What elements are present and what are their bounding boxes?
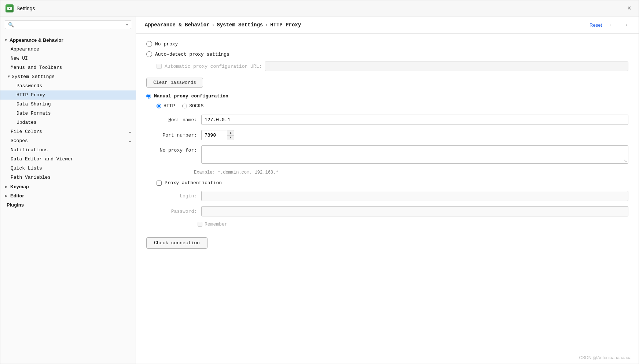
proxy-auth-checkbox[interactable]: [157, 181, 162, 186]
password-row: Password:: [157, 206, 628, 216]
auto-detect-radio[interactable]: [146, 51, 152, 57]
no-proxy-radio[interactable]: [146, 41, 152, 47]
host-name-row: Host name:: [157, 115, 628, 125]
host-name-label: Host name:: [157, 117, 197, 123]
sidebar-item-appearance[interactable]: Appearance: [0, 45, 136, 54]
file-colors-icon: ▬: [129, 130, 131, 134]
sidebar-item-system-settings[interactable]: ▼ System Settings: [0, 72, 136, 81]
host-rest: ost name:: [171, 117, 197, 123]
app-icon: [5, 4, 14, 12]
search-box: 🔍 ▾: [0, 16, 136, 33]
no-proxy-for-label: No proxy for:: [157, 148, 197, 153]
breadcrumb-sep-2: ›: [265, 22, 268, 28]
check-connection-button[interactable]: Check connection: [146, 237, 208, 249]
no-proxy-for-input[interactable]: [201, 145, 628, 164]
scopes-icon: ▬: [129, 139, 131, 143]
chevron-right-icon: ▶: [5, 185, 7, 189]
sidebar-item-file-colors[interactable]: File Colors ▬: [0, 127, 136, 136]
host-name-input[interactable]: [201, 115, 628, 125]
breadcrumb-bar: Appearance & Behavior › System Settings …: [136, 16, 639, 34]
sidebar-item-plugins[interactable]: Plugins: [0, 200, 136, 209]
titlebar: Settings ×: [0, 0, 639, 16]
socks-label: SOCKS: [189, 103, 203, 109]
sidebar-item-keymap[interactable]: ▶ Keymap: [0, 182, 136, 191]
watermark: CSDN @Antoniaaaaaaaaa: [579, 355, 632, 360]
no-proxy-label: No proxy: [155, 41, 178, 47]
sidebar-plugins-label: Plugins: [7, 202, 24, 208]
breadcrumb-part-2: System Settings: [217, 22, 263, 28]
search-icon: 🔍: [8, 22, 14, 27]
breadcrumb-part-1: Appearance & Behavior: [145, 22, 209, 28]
auto-detect-label: Auto-detect proxy settings: [155, 52, 229, 57]
auto-proxy-block: Automatic proxy configuration URL:: [157, 62, 628, 71]
chevron-down-icon: ▼: [4, 38, 8, 42]
http-radio[interactable]: [157, 104, 161, 108]
auto-url-checkbox[interactable]: [157, 64, 162, 69]
port-spinner: ▲ ▼: [227, 130, 234, 140]
expand-icon[interactable]: ⤡: [624, 159, 627, 163]
sidebar-item-data-editor[interactable]: Data Editor and Viewer: [0, 155, 136, 164]
sidebar-item-menus-toolbars[interactable]: Menus and Toolbars: [0, 63, 136, 72]
sidebar-item-quick-lists[interactable]: Quick Lists: [0, 164, 136, 173]
sidebar-item-appearance-behavior[interactable]: ▼ Appearance & Behavior: [0, 36, 136, 45]
remember-checkbox[interactable]: [198, 222, 202, 227]
sidebar-item-http-proxy[interactable]: HTTP Proxy: [0, 90, 136, 100]
breadcrumb-part-3: HTTP Proxy: [270, 22, 301, 28]
password-label: Password:: [157, 209, 197, 214]
example-text: Example: *.domain.com, 192.168.*: [194, 170, 628, 175]
sidebar-item-data-sharing[interactable]: Data Sharing: [0, 100, 136, 109]
back-button[interactable]: ←: [607, 21, 616, 29]
svg-point-1: [9, 8, 10, 9]
auto-proxy-url-input[interactable]: [265, 62, 628, 71]
remember-row: Remember: [198, 222, 628, 227]
no-proxy-row: No proxy: [146, 41, 628, 47]
search-input[interactable]: [16, 22, 124, 27]
port-wrap: ▲ ▼: [201, 130, 234, 140]
manual-proxy-label: Manual proxy configuration: [154, 93, 228, 99]
http-socks-group: HTTP SOCKS: [157, 103, 628, 109]
sidebar-item-editor[interactable]: ▶ Editor: [0, 191, 136, 200]
manual-proxy-radio[interactable]: [146, 94, 151, 99]
port-down-button[interactable]: ▼: [227, 135, 234, 140]
chevron-right-icon: ▶: [5, 194, 7, 198]
proxy-auth-row: Proxy authentication: [157, 180, 628, 186]
main-content: Appearance & Behavior › System Settings …: [136, 16, 639, 364]
port-up-button[interactable]: ▲: [227, 130, 234, 135]
reset-button[interactable]: Reset: [590, 22, 602, 28]
clear-passwords-button[interactable]: Clear passwords: [146, 78, 203, 88]
sidebar-item-scopes[interactable]: Scopes ▬: [0, 136, 136, 145]
sidebar-item-date-formats[interactable]: Date Formats: [0, 109, 136, 118]
login-label: Login:: [157, 193, 197, 199]
auto-proxy-url-row: Automatic proxy configuration URL:: [157, 62, 628, 71]
sidebar-item-passwords[interactable]: Passwords: [0, 81, 136, 90]
sidebar: 🔍 ▾ ▼ Appearance & Behavior Appearance N…: [0, 16, 136, 364]
socks-radio-wrap: SOCKS: [182, 103, 203, 109]
breadcrumb-sep-1: ›: [212, 22, 214, 28]
remember-label: Remember: [205, 222, 227, 227]
titlebar-left: Settings: [5, 4, 35, 12]
sidebar-item-notifications[interactable]: Notifications: [0, 145, 136, 155]
window-title: Settings: [16, 5, 35, 11]
sidebar-group-label: Appearance & Behavior: [10, 37, 63, 43]
settings-window: Settings × 🔍 ▾ ▼ Appearance & Behavior: [0, 0, 639, 364]
sidebar-item-new-ui[interactable]: New UI: [0, 54, 136, 63]
breadcrumb-actions: Reset ← →: [590, 21, 630, 29]
proxy-auth-label: Proxy authentication: [165, 180, 222, 186]
breadcrumb: Appearance & Behavior › System Settings …: [145, 22, 301, 28]
sidebar-editor-label: Editor: [10, 193, 24, 198]
sidebar-item-updates[interactable]: Updates: [0, 118, 136, 127]
socks-radio[interactable]: [182, 104, 187, 108]
sidebar-keymap-label: Keymap: [10, 184, 29, 189]
login-input[interactable]: [201, 191, 628, 201]
settings-panel: No proxy Auto-detect proxy settings Auto…: [136, 34, 639, 364]
search-wrap[interactable]: 🔍 ▾: [5, 20, 131, 29]
port-input[interactable]: [201, 130, 227, 140]
forward-button[interactable]: →: [621, 21, 630, 29]
password-input[interactable]: [201, 206, 628, 216]
auto-detect-row: Auto-detect proxy settings: [146, 51, 628, 57]
http-radio-wrap: HTTP: [157, 103, 175, 109]
manual-proxy-row: Manual proxy configuration: [146, 93, 628, 99]
sidebar-item-path-variables[interactable]: Path Variables: [0, 173, 136, 182]
close-button[interactable]: ×: [625, 4, 634, 13]
search-dropdown-icon[interactable]: ▾: [126, 23, 128, 27]
